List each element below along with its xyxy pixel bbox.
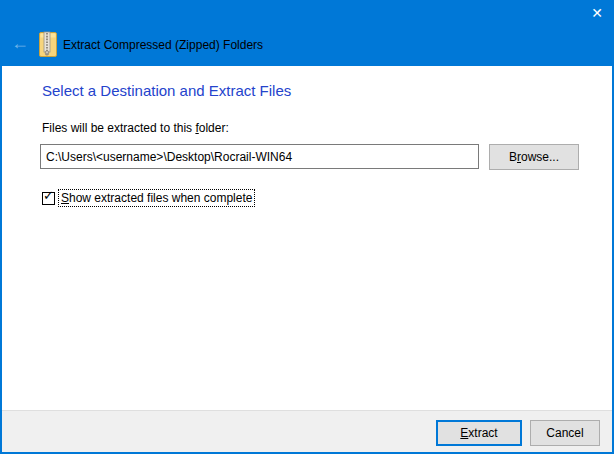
back-button[interactable]: ← <box>8 32 32 54</box>
destination-path-input[interactable] <box>40 144 479 169</box>
close-icon: ✕ <box>591 6 603 20</box>
show-extracted-files-option: ✓ Show extracted files when complete <box>42 190 254 206</box>
footer-bar: Extract Cancel <box>0 410 614 454</box>
window-title: Extract Compressed (Zipped) Folders <box>63 36 263 54</box>
page-title: Select a Destination and Extract Files <box>42 82 291 99</box>
extract-wizard-window: ← Extract Compressed (Zipped) Folders ✕ … <box>0 0 614 454</box>
close-button[interactable]: ✕ <box>580 0 614 26</box>
show-extracted-files-checkbox[interactable]: ✓ <box>42 192 55 205</box>
checkmark-icon: ✓ <box>43 189 54 202</box>
show-extracted-files-label[interactable]: Show extracted files when complete <box>59 190 254 206</box>
back-arrow-icon: ← <box>11 34 29 52</box>
destination-label: Files will be extracted to this folder: <box>42 121 229 135</box>
cancel-button[interactable]: Cancel <box>530 420 600 446</box>
title-bar: ← Extract Compressed (Zipped) Folders ✕ <box>0 0 614 66</box>
zip-folder-icon <box>39 31 57 58</box>
extract-button[interactable]: Extract <box>436 420 522 446</box>
browse-button[interactable]: Browse... <box>489 144 579 170</box>
